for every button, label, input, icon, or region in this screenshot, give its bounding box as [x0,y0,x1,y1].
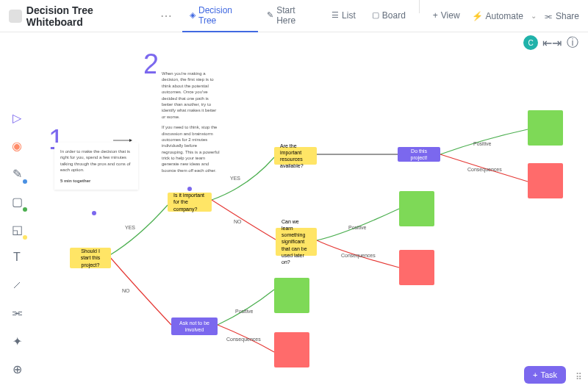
bolt-icon: ⚡ [472,11,483,21]
board-title[interactable]: Decision Tree Whiteboard [26,4,151,28]
chevron-down-icon[interactable]: ⌄ [531,12,537,20]
plus-icon: + [433,10,438,21]
node-outcome-negative[interactable] [274,332,309,367]
node-start[interactable]: Should I start this project? [70,248,111,268]
tool-palette: ▷ ◉ ✎ ▢ ◱ T ⟋ ⫘ ✦ ⊕ ▣ [5,103,29,391]
node-learn[interactable]: Can we learn something significant that … [276,228,317,256]
more-menu[interactable]: ⋯ [160,9,172,23]
edge-label-yes: YES [125,225,135,230]
node-outcome-positive[interactable] [399,191,434,226]
edge-label-positive: Positive [348,225,367,230]
doc-icon: ✎ [267,10,273,20]
share-icon: ⫘ [544,11,553,21]
connector-tool[interactable]: ⟋ [8,276,26,294]
tab-list[interactable]: ☰List [324,0,363,32]
rect-tool[interactable]: ▢ [8,193,26,210]
edge-label-no: NO [234,219,242,224]
image-tool[interactable]: ▣ [8,388,26,391]
pen-tool[interactable]: ✎ [8,165,26,182]
node-resources[interactable]: Are the important resources available? [274,147,317,165]
edge-label-no: NO [122,288,130,293]
node-outcome-negative[interactable] [528,163,563,198]
tab-start-here[interactable]: ✎Start Here [259,0,323,32]
view-tabs: ◈Decision Tree ✎Start Here ☰List ▢Board … [182,0,467,32]
edge-label-consequences: Consequences [226,337,261,342]
resize-grip[interactable]: ⠿ [576,372,582,382]
connector-dot[interactable] [92,211,96,215]
node-outcome-positive[interactable] [528,110,563,146]
node-do-project[interactable]: Do this project! [398,147,440,162]
edge-label-consequences: Consequences [467,167,502,172]
ai-tool[interactable]: ✦ [8,332,26,350]
node-important[interactable]: Is it important for the company? [168,193,212,212]
add-view[interactable]: +View [426,0,467,32]
node-outcome-positive[interactable] [274,278,309,313]
app-logo[interactable] [9,10,22,23]
sticky-tool[interactable]: ◱ [8,220,26,238]
cursor-tool[interactable]: ▷ [8,109,26,126]
edge-label-positive: Positive [235,309,254,314]
new-task-button[interactable]: +Task [524,366,566,384]
list-icon: ☰ [331,10,339,20]
board-icon: ▢ [372,10,379,20]
node-not-involved[interactable]: Ask not to be involved [171,318,218,335]
tab-decision-tree[interactable]: ◈Decision Tree [182,0,258,32]
plus-icon: + [533,370,537,379]
web-tool[interactable]: ⊕ [8,360,26,378]
edge-label-yes: YES [230,176,240,181]
whiteboard-canvas[interactable]: 1 In order to make the decision that is … [28,32,588,391]
edge-label-consequences: Consequences [341,253,376,258]
instruction-note-1[interactable]: In order to make the decision that is ri… [54,143,138,190]
instruction-note-2[interactable]: When you're making a decision, the first… [156,65,226,179]
whiteboard-icon: ◈ [190,10,196,20]
tab-board[interactable]: ▢Board [365,0,413,32]
connector-dot[interactable] [187,187,192,191]
text-tool[interactable]: T [8,248,26,266]
divider [419,0,420,13]
share-button[interactable]: ⫘Share [544,11,579,21]
shape-add-tool[interactable]: ◉ [8,137,26,154]
node-outcome-negative[interactable] [399,250,434,285]
automate-button[interactable]: ⚡Automate [472,11,523,21]
edge-label-positive: Positive [473,141,492,146]
link-tool[interactable]: ⫘ [8,304,26,322]
